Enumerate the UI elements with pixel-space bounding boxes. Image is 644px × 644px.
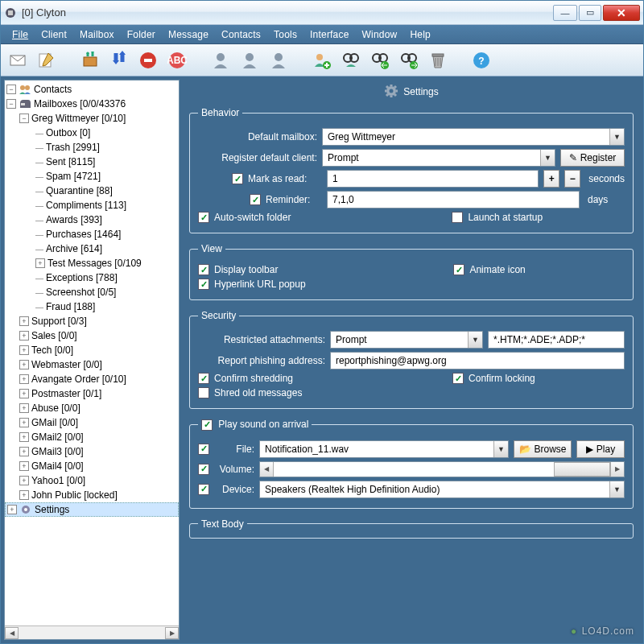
compose-icon[interactable] [36, 50, 57, 71]
register-button[interactable]: ✎ Register [560, 149, 625, 167]
play-button[interactable]: ▶ Play [576, 440, 625, 458]
sidebar-scrollbar[interactable]: ◀ ▶ [5, 625, 179, 639]
confirm-locking-checkbox[interactable] [452, 373, 464, 384]
menu-interface[interactable]: Interface [305, 27, 354, 42]
tree-folder[interactable]: —Trash [2991] [5, 140, 179, 155]
find-contact-icon[interactable] [341, 50, 361, 71]
trash-icon[interactable] [427, 50, 448, 71]
tree-account[interactable]: +Webmaster [0/0] [5, 357, 179, 372]
tree-folder[interactable]: +Test Messages [0/109 [5, 256, 179, 270]
default-mailbox-select[interactable]: Greg Wittmeyer ▼ [322, 128, 625, 146]
confirm-shredding-checkbox[interactable] [198, 373, 209, 384]
restricted-ext-input[interactable]: *.HTM;*.ADE;*.ADP;* [488, 331, 625, 349]
chevron-down-icon[interactable]: ▼ [540, 150, 555, 166]
mark-as-read-checkbox[interactable] [232, 173, 243, 184]
register-client-select[interactable]: Prompt ▼ [322, 149, 555, 167]
menu-client[interactable]: Client [36, 27, 72, 42]
device-select[interactable]: Speakers (Realtek High Definition Audio)… [259, 481, 625, 498]
volume-checkbox[interactable] [198, 464, 209, 475]
volume-slider[interactable]: ◀ ▶ [259, 461, 625, 477]
tree-account[interactable]: +Yahoo1 [0/0] [5, 473, 179, 488]
scroll-left-button[interactable]: ◀ [5, 627, 19, 639]
contact3-icon[interactable] [268, 50, 289, 71]
sync-icon[interactable] [80, 50, 101, 71]
tree-folder[interactable]: —Outbox [0] [5, 126, 179, 140]
send-receive-icon[interactable] [109, 50, 130, 71]
tree-account[interactable]: +Sales [0/0] [5, 328, 179, 343]
display-toolbar-checkbox[interactable] [198, 264, 209, 275]
contact1-icon[interactable] [210, 50, 231, 71]
browse-button[interactable]: 📂 Browse [514, 440, 572, 458]
menu-file[interactable]: File [7, 27, 33, 42]
animate-icon-checkbox[interactable] [453, 264, 464, 275]
scroll-right-button[interactable]: ▶ [610, 462, 624, 477]
decrement-button[interactable]: − [564, 170, 580, 188]
tree-folder[interactable]: —Spam [4721] [5, 169, 179, 184]
menu-mailbox[interactable]: Mailbox [75, 27, 119, 42]
tree-folder[interactable]: —Compliments [113] [5, 198, 179, 213]
tree-folder[interactable]: —Exceptions [788] [5, 270, 179, 285]
scroll-left-button[interactable]: ◀ [260, 462, 274, 477]
tree-contacts[interactable]: − Contacts [5, 82, 179, 97]
find-forward-icon[interactable] [398, 50, 419, 71]
tree-account[interactable]: +GMail [0/0] [5, 415, 179, 430]
tree-folder[interactable]: —Fraud [188] [5, 299, 179, 314]
scroll-right-button[interactable]: ▶ [165, 627, 179, 639]
tree-account[interactable]: +GMail2 [0/0] [5, 430, 179, 444]
tree-account[interactable]: +Abuse [0/0] [5, 401, 179, 415]
tree-account[interactable]: +Tech [0/0] [5, 343, 179, 357]
increment-button[interactable]: + [543, 170, 559, 188]
phishing-input[interactable]: reportphishing@apwg.org [330, 352, 625, 369]
tree-account[interactable]: +GMail3 [0/0] [5, 444, 179, 459]
menu-folder[interactable]: Folder [122, 27, 160, 42]
tree-folder[interactable]: —Sent [8115] [5, 155, 179, 169]
tree-account[interactable]: +Avangate Order [0/10] [5, 372, 179, 386]
add-contact-icon[interactable] [312, 50, 332, 71]
find-back-icon[interactable] [369, 50, 390, 71]
reminder-checkbox[interactable] [250, 194, 261, 205]
reminder-input[interactable]: 7,1,0 [327, 191, 580, 208]
sound-file-checkbox[interactable] [198, 444, 209, 455]
auto-switch-checkbox[interactable] [198, 212, 209, 223]
play-sound-checkbox[interactable] [201, 419, 213, 431]
hyperlink-popup-checkbox[interactable] [198, 279, 209, 290]
tree-mailboxes[interactable]: − Mailboxes [0/0/43376 [5, 97, 179, 111]
device-checkbox[interactable] [198, 484, 209, 495]
tree-account[interactable]: +Support [0/3] [5, 314, 179, 328]
tree-account[interactable]: +GMail4 [0/0] [5, 459, 179, 473]
menu-message[interactable]: Message [163, 27, 213, 42]
tree-folder[interactable]: —Quarantine [88] [5, 184, 179, 198]
menu-help[interactable]: Help [405, 27, 435, 42]
slider-thumb[interactable] [554, 462, 610, 477]
spellcheck-icon[interactable]: ABC [167, 50, 188, 71]
contact2-icon[interactable] [239, 50, 260, 71]
svg-rect-6 [144, 59, 152, 62]
mark-as-read-input[interactable]: 1 [327, 170, 539, 188]
restricted-select[interactable]: Prompt ▼ [330, 331, 483, 349]
tree-folder[interactable]: —Screenshot [0/5] [5, 285, 179, 299]
new-message-icon[interactable] [7, 50, 28, 71]
chevron-down-icon[interactable]: ▼ [493, 441, 508, 457]
launch-startup-checkbox[interactable] [452, 212, 463, 223]
tree-account[interactable]: +Postmaster [0/1] [5, 386, 179, 401]
close-button[interactable]: ✕ [603, 5, 640, 21]
menu-tools[interactable]: Tools [269, 27, 302, 42]
sound-file-select[interactable]: Notification_11.wav ▼ [259, 440, 509, 458]
tree-account[interactable]: +John Public [locked] [5, 488, 179, 502]
minimize-button[interactable]: — [553, 5, 577, 21]
help-icon[interactable]: ? [471, 50, 492, 71]
tree-folder[interactable]: —Purchases [1464] [5, 227, 179, 242]
menu-window[interactable]: Window [357, 27, 402, 42]
shred-old-checkbox[interactable] [198, 387, 209, 398]
stop-icon[interactable] [138, 50, 159, 71]
menu-contacts[interactable]: Contacts [217, 27, 266, 42]
tree-folder[interactable]: —Archive [614] [5, 242, 179, 256]
tree-account-greg[interactable]: − Greg Wittmeyer [0/10] [5, 111, 179, 126]
folder-tree[interactable]: − Contacts − Mailboxes [0/0/43376 − Greg… [5, 80, 179, 625]
maximize-button[interactable]: ▭ [579, 5, 601, 21]
chevron-down-icon[interactable]: ▼ [609, 129, 624, 145]
tree-folder[interactable]: —Awards [393] [5, 213, 179, 227]
chevron-down-icon[interactable]: ▼ [468, 332, 482, 348]
tree-settings[interactable]: + Settings [5, 502, 179, 517]
chevron-down-icon[interactable]: ▼ [609, 481, 624, 497]
